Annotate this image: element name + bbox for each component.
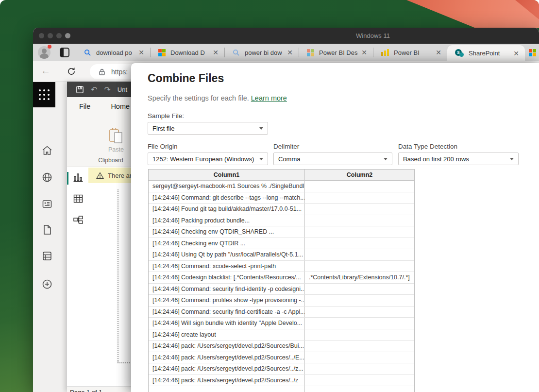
table-cell-column2 — [305, 295, 414, 306]
chevron-down-icon — [259, 158, 263, 160]
subtitle-text: Specify the settings for each file. — [148, 94, 249, 102]
table-cell-column2 — [305, 226, 414, 238]
menu-file[interactable]: File — [79, 102, 90, 110]
refresh-icon[interactable] — [67, 67, 76, 76]
sample-file-dropdown[interactable]: First file — [148, 122, 268, 135]
data-type-detection-value: Based on first 200 rows — [403, 155, 469, 163]
table-cell-column2 — [305, 386, 414, 392]
browser-tabstrip: download po ✕ Download D ✕ power bi dow … — [33, 44, 539, 61]
file-origin-dropdown[interactable]: 1252: Western European (Windows) — [148, 153, 268, 165]
globe-icon[interactable] — [41, 171, 53, 183]
tab-sharepoint-active[interactable]: s SharePoint ✕ — [447, 45, 525, 61]
combine-files-dialog: Combine Files Specify the settings for e… — [131, 63, 539, 392]
table-row: [14:24:46] pack: /Users/sergeyt/devel.pd… — [149, 341, 414, 352]
preview-table-header: Column1 Column2 — [149, 170, 414, 181]
table-cell-column1: [14:24:46] Found git tag build/akkad/mas… — [149, 204, 305, 215]
microsoft-icon — [158, 49, 166, 56]
window-dot[interactable] — [48, 33, 53, 38]
window-dot[interactable] — [56, 33, 62, 38]
warning-text: There ar — [108, 172, 132, 179]
table-row: [14:24:46] Command: security find-identi… — [149, 284, 414, 295]
table-cell-column1: [14:24:46] Checking env QTDIR_SHARED ... — [149, 226, 305, 238]
table-cell-column2 — [305, 363, 414, 375]
delimiter-value: Comma — [278, 155, 301, 163]
column-header[interactable]: Column2 — [305, 170, 414, 180]
tab-switcher-icon[interactable] — [60, 48, 69, 57]
data-type-detection-dropdown[interactable]: Based on first 200 rows — [398, 153, 519, 165]
tab-powerbi-desktop[interactable]: Power BI Des ✕ — [299, 44, 373, 61]
table-cell-column1: [14:24:46] create layout — [149, 329, 305, 341]
learn-more-link[interactable]: Learn more — [251, 94, 287, 102]
tab-close-icon[interactable]: ✕ — [512, 50, 520, 57]
tab-label: download po — [96, 49, 137, 56]
table-cell-column2 — [305, 204, 414, 215]
window-control-dots[interactable] — [39, 33, 70, 38]
table-row: [14:24:46] create layout — [149, 329, 414, 341]
document-icon[interactable] — [41, 224, 53, 236]
table-cell-column1: [14:24:46] pack: /Users/sergeyt/devel.pd… — [149, 375, 305, 386]
app-launcher-icon[interactable] — [33, 82, 55, 107]
tab-close-icon[interactable]: ✕ — [360, 49, 368, 56]
table-cell-column1: [14:24:46] Checking env QTDIR ... — [149, 238, 305, 249]
sample-file-label: Sample File: — [148, 112, 184, 119]
window-dot[interactable] — [65, 33, 70, 38]
data-type-detection-label: Data Type Detection — [398, 143, 457, 150]
table-cell-column2 — [305, 318, 414, 329]
microsoft-icon — [307, 49, 314, 56]
table-cell-column1 — [149, 386, 305, 392]
redo-icon[interactable]: ↷ — [104, 85, 110, 94]
tab-download[interactable]: download po ✕ — [76, 44, 150, 61]
table-row: [14:24:46] Command: security find-certif… — [149, 307, 414, 318]
column-header[interactable]: Column1 — [149, 170, 305, 180]
tab-close-icon[interactable]: ✕ — [137, 49, 145, 56]
database-icon[interactable] — [41, 250, 53, 262]
table-cell-column2 — [305, 215, 414, 226]
home-icon[interactable] — [41, 145, 53, 156]
table-cell-column1: [14:24:46] Command: git describe --tags … — [149, 192, 305, 204]
table-cell-column1: [14:24:46] pack: /Users/sergeyt/devel.pd… — [149, 341, 305, 352]
dialog-subtitle: Specify the settings for each file. Lear… — [148, 94, 287, 102]
report-view-icon[interactable] — [73, 172, 84, 183]
add-icon[interactable] — [41, 278, 53, 290]
table-cell-column2: .*Contents/Library/Extensions/10.7/.*] — [305, 272, 414, 283]
table-cell-column2 — [305, 284, 414, 295]
powerbi-icon — [381, 49, 389, 56]
tab-label: Power BI Des — [319, 49, 360, 56]
tab-close-icon[interactable]: ✕ — [212, 49, 219, 56]
delimiter-dropdown[interactable]: Comma — [273, 153, 392, 165]
table-cell-column1: [14:24:46] pack: /Users/sergeyt/devel.pd… — [149, 352, 305, 363]
menu-home[interactable]: Home — [111, 102, 130, 110]
table-row: [14:24:46] pack: /Users/sergeyt/devel.pd… — [149, 375, 414, 387]
tab-close-icon[interactable]: ✕ — [286, 49, 294, 56]
table-cell-column2 — [305, 307, 414, 318]
vm-titlebar: Windows 11 — [33, 28, 539, 44]
table-row: [14:24:46] Packing product bundle... — [149, 215, 414, 227]
news-icon[interactable] — [41, 198, 53, 210]
tab-close-icon[interactable]: ✕ — [435, 49, 442, 56]
tab-powerbi[interactable]: Power BI ✕ — [373, 44, 447, 61]
tabs-container: download po ✕ Download D ✕ power bi dow … — [76, 44, 525, 61]
wallpaper-salmon-wedge — [388, 0, 539, 28]
table-cell-column2 — [305, 375, 414, 386]
tab-download-drivers[interactable]: Download D ✕ — [151, 44, 224, 61]
page-indicator: Page 1 of 1 — [70, 389, 102, 392]
file-origin-value: 1252: Western European (Windows) — [152, 155, 254, 163]
model-view-icon[interactable] — [73, 215, 84, 225]
back-icon[interactable]: ← — [41, 65, 51, 76]
avatar-head — [42, 49, 47, 53]
save-icon[interactable] — [76, 85, 84, 94]
table-row — [149, 386, 414, 392]
tab-label: power bi dow — [245, 49, 286, 56]
data-view-icon[interactable] — [73, 193, 84, 204]
undo-icon[interactable]: ↶ — [91, 85, 97, 94]
paste-button[interactable]: Paste — [106, 128, 126, 153]
chevron-down-icon — [259, 127, 263, 130]
window-dot[interactable] — [39, 33, 44, 38]
table-row: [14:24:46] Checking env QTDIR ... — [149, 238, 414, 250]
table-row: [14:24:46] Command: git describe --tags … — [149, 192, 414, 204]
vm-window-title: Windows 11 — [344, 32, 402, 39]
table-row: [14:24:46] Using Qt by path "/usr/local/… — [149, 249, 414, 261]
powerbi-view-rail — [67, 167, 88, 392]
microsoft-icon[interactable] — [529, 49, 536, 56]
tab-powerbi-search[interactable]: power bi dow ✕ — [225, 44, 299, 61]
